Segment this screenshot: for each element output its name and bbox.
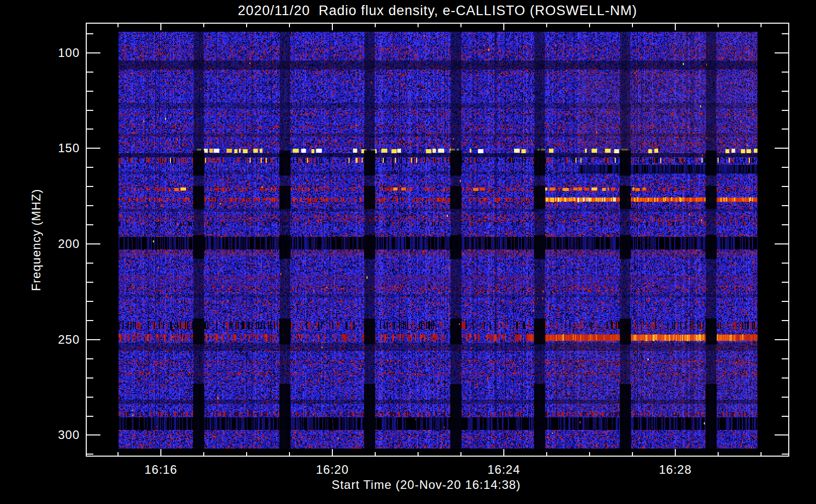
y-minor-tick: [87, 358, 93, 359]
y-minor-tick: [782, 397, 788, 398]
y-minor-tick: [782, 91, 788, 92]
y-minor-tick: [782, 186, 788, 187]
y-tick-label: 150: [44, 141, 80, 155]
x-minor-tick: [118, 452, 119, 456]
y-tick-label: 300: [44, 428, 80, 442]
x-major-tick: [503, 24, 504, 30]
x-major-tick: [675, 24, 676, 30]
x-major-tick: [332, 24, 333, 30]
y-minor-tick: [782, 205, 788, 206]
y-minor-tick: [87, 72, 93, 73]
y-minor-tick: [87, 205, 93, 206]
y-major-tick: [775, 434, 788, 435]
x-minor-tick: [289, 452, 290, 456]
y-minor-tick: [782, 110, 788, 111]
x-minor-tick: [203, 24, 204, 27]
x-minor-tick: [761, 24, 762, 27]
y-minor-tick: [87, 186, 93, 187]
x-minor-tick: [418, 24, 419, 27]
y-major-tick: [87, 243, 100, 244]
x-major-tick: [503, 449, 504, 456]
x-minor-tick: [546, 452, 547, 456]
x-axis-title: Start Time (20-Nov-20 16:14:38): [86, 478, 767, 492]
x-minor-tick: [546, 24, 547, 27]
y-major-tick: [87, 148, 100, 149]
x-major-tick: [332, 449, 333, 456]
y-tick-label: 200: [44, 237, 80, 251]
y-minor-tick: [87, 397, 93, 398]
y-minor-tick: [87, 454, 93, 455]
y-minor-tick: [87, 224, 93, 225]
y-minor-tick: [782, 416, 788, 417]
y-minor-tick: [87, 301, 93, 302]
x-minor-tick: [632, 24, 633, 27]
x-minor-tick: [718, 24, 719, 27]
y-minor-tick: [782, 282, 788, 283]
x-minor-tick: [718, 452, 719, 456]
y-minor-tick: [87, 91, 93, 92]
y-major-tick: [87, 52, 100, 53]
y-minor-tick: [782, 454, 788, 455]
y-minor-tick: [782, 72, 788, 73]
y-minor-tick: [87, 416, 93, 417]
x-minor-tick: [761, 452, 762, 456]
x-tick-label: 16:28: [640, 463, 711, 477]
y-minor-tick: [782, 320, 788, 321]
x-major-tick: [160, 24, 161, 30]
x-minor-tick: [289, 24, 290, 27]
y-minor-tick: [87, 167, 93, 168]
x-minor-tick: [375, 452, 376, 456]
y-minor-tick: [87, 110, 93, 111]
x-minor-tick: [375, 24, 376, 27]
x-minor-tick: [589, 452, 590, 456]
y-minor-tick: [782, 224, 788, 225]
y-axis-title: Frequency (MHZ): [29, 134, 43, 346]
x-minor-tick: [589, 24, 590, 27]
x-minor-tick: [246, 452, 247, 456]
x-minor-tick: [632, 452, 633, 456]
chart-title: 2020/11/20 Radio flux density, e-CALLIST…: [86, 3, 789, 19]
y-minor-tick: [782, 167, 788, 168]
y-minor-tick: [87, 377, 93, 379]
x-minor-tick: [460, 452, 461, 456]
x-major-tick: [160, 449, 161, 456]
x-minor-tick: [246, 24, 247, 27]
x-minor-tick: [460, 24, 461, 27]
y-minor-tick: [87, 129, 93, 130]
y-minor-tick: [782, 129, 788, 130]
y-minor-tick: [782, 358, 788, 359]
y-major-tick: [87, 339, 100, 340]
x-tick-label: 16:24: [469, 463, 539, 477]
y-tick-label: 250: [44, 333, 80, 347]
callisto-spectrogram-page: 2020/11/20 Radio flux density, e-CALLIST…: [0, 0, 816, 504]
x-major-tick: [675, 449, 676, 456]
x-minor-tick: [203, 452, 204, 456]
y-major-tick: [775, 148, 788, 149]
y-minor-tick: [87, 263, 93, 264]
y-minor-tick: [782, 301, 788, 302]
y-major-tick: [775, 52, 788, 53]
y-minor-tick: [782, 263, 788, 264]
y-minor-tick: [782, 33, 788, 34]
y-major-tick: [775, 243, 788, 244]
y-minor-tick: [782, 377, 788, 379]
y-major-tick: [87, 434, 100, 435]
x-minor-tick: [418, 452, 419, 456]
y-minor-tick: [87, 320, 93, 321]
x-tick-label: 16:16: [126, 463, 196, 477]
x-minor-tick: [118, 24, 119, 27]
y-tick-label: 100: [44, 46, 80, 60]
spectrogram-canvas: [119, 32, 757, 449]
y-minor-tick: [87, 282, 93, 283]
y-major-tick: [775, 339, 788, 340]
y-minor-tick: [87, 33, 93, 34]
x-tick-label: 16:20: [297, 463, 368, 477]
